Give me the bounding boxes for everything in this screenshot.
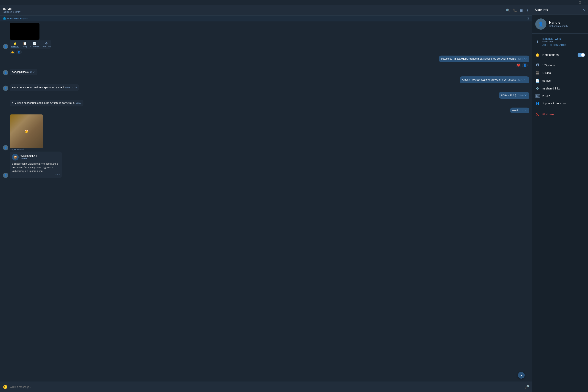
message-row: и так и так :) 21:36 ✓✓: [3, 92, 529, 98]
username-value: @Handle_Work: [542, 37, 566, 40]
minimize-button[interactable]: ─: [573, 1, 576, 4]
video-control-settings[interactable]: ⚙ Настройки: [42, 42, 51, 48]
translate-icon: 🌐: [3, 17, 6, 20]
message-time: 21:35 ✓✓: [517, 78, 527, 82]
links-icon: 🔗: [535, 86, 540, 90]
message-bubble: и так и так :) 21:36 ✓✓: [499, 92, 529, 98]
video-control-review[interactable]: 📋 Обзор: [22, 42, 27, 48]
block-user-button[interactable]: 🚫 Block user: [535, 110, 585, 118]
filter-icon[interactable]: ⚙: [527, 17, 529, 20]
message-row: А пока что жду код и инструкции к устано…: [3, 76, 529, 83]
chat-name: Handle: [3, 8, 506, 10]
message-time: 21:34: [30, 71, 35, 74]
files-label: 58 files: [542, 79, 551, 82]
message-bubble: А пока что жду код и инструкции к устано…: [460, 76, 529, 83]
message-row: 👤 поддерживаю 21:34: [3, 69, 529, 76]
video-control-quality[interactable]: ⭐ Качество: [11, 42, 19, 48]
emoji-icon[interactable]: 🙂: [3, 385, 8, 389]
message-row: а. у меня последняя сборка на гитхаб не …: [3, 100, 529, 106]
chat-header: Handle last seen recently 🔍 📞 ⊞ ⋮: [0, 5, 532, 16]
info-section: ℹ @Handle_Work Username ADD TO CONTACTS: [532, 34, 588, 50]
message-time: 21:37 ✓: [519, 109, 527, 112]
quality-icon: ⭐: [13, 42, 17, 45]
avatar-icon: 👤: [538, 22, 544, 27]
reaction-thumbs[interactable]: 👍: [10, 50, 15, 54]
groups-icon: 👥: [535, 102, 540, 106]
media-item-video[interactable]: 🎬 1 video: [532, 69, 588, 77]
video-control-page[interactable]: 📄 Страница: [30, 42, 39, 48]
call-icon[interactable]: 📞: [513, 8, 517, 12]
message-text: поддерживаю: [12, 70, 29, 74]
reaction-row: 👍 👤: [10, 50, 529, 54]
scroll-to-bottom-button[interactable]: ▾: [518, 372, 525, 378]
user-info-panel: User Info ✕ 👤 Handle last seen recently …: [532, 5, 588, 392]
message-text: окей: [512, 109, 518, 112]
message-text: и так и так :): [501, 94, 516, 96]
review-label: Обзор: [22, 46, 27, 48]
message-bubble: вам ссылку на гитхаб или архивом лучше? …: [10, 84, 79, 91]
chat-status: last seen recently: [3, 10, 506, 13]
media-item-links[interactable]: 🔗 83 shared links: [532, 85, 588, 92]
info-item-username: ℹ @Handle_Work Username ADD TO CONTACTS: [535, 36, 585, 48]
media-section: 🖼 145 photos 🎬 1 video 📄 58 files 🔗 83 s…: [532, 60, 588, 109]
avatar: 👤: [3, 44, 8, 49]
avatar: 👤: [3, 145, 8, 150]
reaction-person[interactable]: 👤: [16, 50, 21, 54]
media-item-photos[interactable]: 🖼 145 photos: [532, 61, 588, 69]
user-avatar: 👤: [535, 18, 547, 30]
maximize-button[interactable]: ❐: [578, 1, 581, 4]
close-icon[interactable]: ✕: [582, 8, 585, 12]
file-text: в директории Data находится config.cfg в…: [12, 162, 60, 173]
outgoing-reactions: ❤️ 👤: [3, 64, 528, 67]
close-button[interactable]: ✕: [584, 1, 587, 4]
message-bubble: поддерживаю 21:34: [10, 69, 37, 76]
video-embed: [10, 23, 39, 40]
reaction-person2[interactable]: 👤: [522, 64, 528, 67]
add-to-contacts-button[interactable]: ADD TO CONTACTS: [542, 43, 566, 46]
microphone-icon[interactable]: 🎤: [525, 385, 529, 389]
message-text: вам ссылку на гитхаб или архивом лучше?: [12, 86, 64, 89]
notifications-row: 🔔 Notifications: [535, 51, 585, 59]
file-name: twitspamer.zip: [20, 154, 37, 157]
message-time: 21:34 ✓✓: [517, 58, 527, 60]
titlebar: ─ ❐ ✕: [0, 0, 588, 5]
image-bubble: 🐱 kita_holdesign.nl: [10, 114, 43, 150]
avatar: 👤: [3, 86, 8, 91]
edited-label: edited: [65, 86, 71, 89]
user-profile-status: last seen recently: [549, 24, 568, 28]
cat-image[interactable]: 🐱: [10, 114, 43, 148]
settings-label: Настройки: [42, 46, 51, 48]
cat-emoji: 🐱: [24, 130, 28, 133]
message-time: 21:37: [76, 102, 81, 104]
video-label: 1 video: [542, 72, 551, 74]
media-item-groups[interactable]: 👥 2 groups in common: [532, 100, 588, 107]
message-bubble: а. у меня последняя сборка на гитхаб не …: [10, 100, 83, 106]
columns-icon[interactable]: ⊞: [520, 8, 523, 12]
media-item-gifs[interactable]: GIF 2 GIFs: [532, 92, 588, 100]
messages-area[interactable]: 👤 ⭐ Качество 📋 Обзор 📄: [0, 22, 532, 382]
translate-button[interactable]: 🌐 Translate to English: [3, 17, 28, 20]
input-bar: 🙂 🎤: [0, 382, 532, 392]
username-label: Username: [542, 40, 566, 43]
chat-area: Handle last seen recently 🔍 📞 ⊞ ⋮ 🌐 Tran…: [0, 5, 532, 392]
notifications-section: 🔔 Notifications: [532, 50, 588, 60]
gifs-label: 2 GIFs: [542, 94, 550, 98]
search-icon[interactable]: 🔍: [506, 8, 510, 12]
media-item-files[interactable]: 📄 58 files: [532, 77, 588, 85]
groups-label: 2 groups in common: [542, 102, 566, 105]
video-controls: ⭐ Качество 📋 Обзор 📄 Страница ⚙: [10, 40, 51, 49]
message-text: а. у меня последняя сборка на гитхаб не …: [12, 102, 74, 104]
block-icon: 🚫: [535, 112, 540, 116]
translate-bar: 🌐 Translate to English ⚙: [0, 16, 532, 22]
user-profile: 👤 Handle last seen recently: [532, 15, 588, 34]
links-label: 83 shared links: [542, 87, 560, 90]
bell-icon: 🔔: [535, 53, 540, 57]
user-info-header: User Info ✕: [532, 5, 588, 15]
read-icon: ✓✓: [523, 78, 527, 82]
message-row: 👤 вам ссылку на гитхаб или архивом лучше…: [3, 84, 529, 91]
more-icon[interactable]: ⋮: [526, 8, 529, 12]
read-icon: ✓✓: [523, 94, 527, 97]
message-input[interactable]: [10, 386, 522, 388]
notifications-toggle[interactable]: [578, 53, 585, 57]
reaction-heart[interactable]: ❤️: [516, 64, 521, 67]
